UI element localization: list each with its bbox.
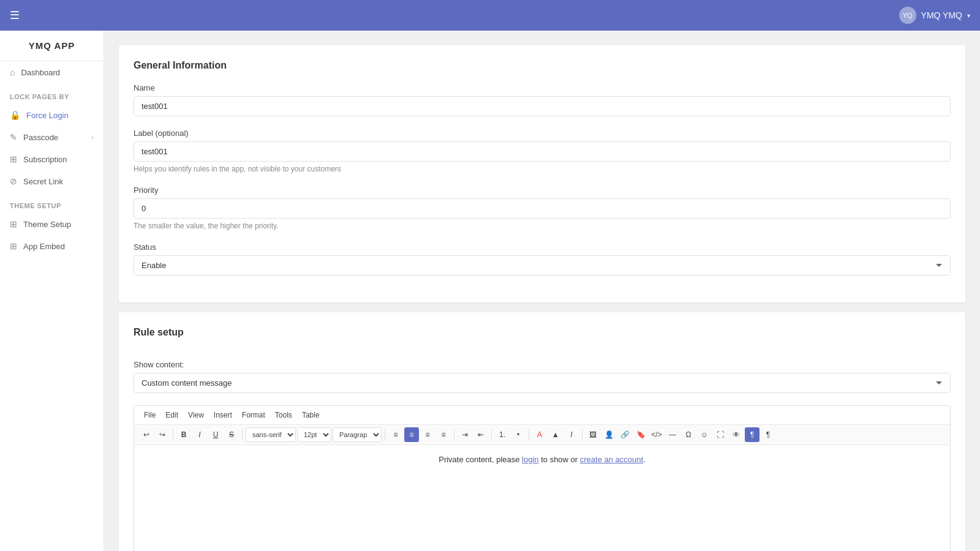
sidebar-item-label: Dashboard xyxy=(21,68,60,77)
toolbar-sep-5 xyxy=(491,429,492,440)
rtl-button[interactable]: ¶ xyxy=(761,427,775,442)
editor-content-text: Private content, please xyxy=(439,455,522,464)
link-icon: ⊘ xyxy=(10,176,17,186)
user-label: YMQ YMQ xyxy=(921,10,962,20)
rule-setup-card: Rule setup Show content: Custom content … xyxy=(119,312,965,551)
editor-create-account-link[interactable]: create an account xyxy=(580,455,643,464)
ordered-list-button[interactable]: 1. xyxy=(495,427,510,442)
toolbar-sep-3 xyxy=(385,429,385,440)
fullscreen-button[interactable]: ⛶ xyxy=(713,427,728,442)
sidebar-item-theme-setup[interactable]: ⊞ Theme Setup xyxy=(0,213,104,235)
editor-body[interactable]: Private content, please login to show or… xyxy=(134,445,950,551)
rule-setup-title: Rule setup xyxy=(134,327,951,338)
font-size-select[interactable]: 12pt xyxy=(297,427,331,442)
sidebar-item-label: Passcode xyxy=(23,133,58,142)
embed-icon: ⊞ xyxy=(10,241,17,251)
show-content-group: Show content: Custom content message xyxy=(134,360,951,393)
preview-button[interactable]: 👁 xyxy=(729,427,744,442)
align-center-button[interactable]: ≡ xyxy=(404,427,419,442)
editor-menubar: File Edit View Insert Format Tools Table xyxy=(134,406,950,425)
indent-button[interactable]: ⇥ xyxy=(458,427,472,442)
app-logo: YMQ APP xyxy=(0,31,104,61)
sidebar-item-subscription[interactable]: ⊞ Subscription xyxy=(0,148,104,170)
bg-color-button[interactable]: ▲ xyxy=(548,427,563,442)
name-group: Name xyxy=(134,83,951,116)
italic-button[interactable]: I xyxy=(192,427,207,442)
status-select[interactable]: Enable Disable xyxy=(134,255,951,276)
avatar: YQ xyxy=(899,7,916,24)
font-family-select[interactable]: sans-serif xyxy=(246,427,296,442)
sidebar-item-label: App Embed xyxy=(23,242,65,251)
italic2-button[interactable]: I xyxy=(564,427,579,442)
show-content-label: Show content: xyxy=(134,360,951,369)
menu-icon[interactable]: ☰ xyxy=(10,9,20,22)
menu-insert[interactable]: Insert xyxy=(209,408,237,422)
outdent-button[interactable]: ⇤ xyxy=(473,427,488,442)
editor-end-text: . xyxy=(643,455,646,464)
menu-table[interactable]: Table xyxy=(297,408,325,422)
undo-button[interactable]: ↩ xyxy=(139,427,154,442)
menu-view[interactable]: View xyxy=(183,408,209,422)
label-group: Label (optional) Helps you identify rule… xyxy=(134,129,951,173)
toolbar-sep-4 xyxy=(454,429,454,440)
font-color-button[interactable]: A xyxy=(532,427,547,442)
priority-hint: The smaller the value, the higher the pr… xyxy=(134,222,951,230)
emoji-button[interactable]: ☺ xyxy=(697,427,712,442)
sidebar-item-app-embed[interactable]: ⊞ App Embed xyxy=(0,235,104,257)
underline-button[interactable]: U xyxy=(208,427,223,442)
media-button[interactable]: 👤 xyxy=(601,427,616,442)
menu-format[interactable]: Format xyxy=(237,408,270,422)
priority-group: Priority The smaller the value, the high… xyxy=(134,186,951,230)
editor-middle-text: to show or xyxy=(539,455,580,464)
image-button[interactable]: 🖼 xyxy=(586,427,600,442)
label-input[interactable] xyxy=(134,141,951,162)
label-hint: Helps you identify rules in the app, not… xyxy=(134,165,951,173)
special-char-button[interactable]: Ω xyxy=(681,427,696,442)
redo-button[interactable]: ↪ xyxy=(155,427,170,442)
toolbar-sep-2 xyxy=(242,429,243,440)
key-icon: ✎ xyxy=(10,132,17,142)
menu-tools[interactable]: Tools xyxy=(270,408,297,422)
code-button[interactable]: </> xyxy=(649,427,664,442)
user-chevron-icon: ▾ xyxy=(967,12,970,19)
menu-file[interactable]: File xyxy=(139,408,160,422)
editor-container: File Edit View Insert Format Tools Table… xyxy=(134,405,951,551)
sidebar-item-label: Secret Link xyxy=(23,177,63,186)
bold-button[interactable]: B xyxy=(176,427,191,442)
topbar: ☰ YQ YMQ YMQ ▾ xyxy=(0,0,980,31)
strikethrough-button[interactable]: S xyxy=(224,427,239,442)
sidebar: YMQ APP ⌂ Dashboard LOCK PAGES BY 🔒 Forc… xyxy=(0,31,104,551)
sidebar-item-passcode[interactable]: ✎ Passcode › xyxy=(0,126,104,148)
name-label: Name xyxy=(134,83,951,92)
paragraph-style-select[interactable]: Paragraph xyxy=(333,427,382,442)
theme-setup-section-label: THEME SETUP xyxy=(0,192,104,213)
editor-toolbar: ↩ ↪ B I U S sans-serif 12pt Paragraph xyxy=(134,425,950,445)
ltr-button[interactable]: ¶ xyxy=(745,427,760,442)
bookmark-button[interactable]: 🔖 xyxy=(633,427,648,442)
hr-button[interactable]: ― xyxy=(665,427,680,442)
link-button[interactable]: 🔗 xyxy=(617,427,632,442)
chevron-right-icon: › xyxy=(91,133,94,141)
sidebar-item-secret-link[interactable]: ⊘ Secret Link xyxy=(0,170,104,192)
show-content-select[interactable]: Custom content message xyxy=(134,373,951,393)
name-input[interactable] xyxy=(134,96,951,116)
home-icon: ⌂ xyxy=(10,67,15,77)
editor-login-link[interactable]: login xyxy=(522,455,538,464)
align-left-button[interactable]: ≡ xyxy=(388,427,403,442)
status-label: Status xyxy=(134,242,951,252)
align-right-button[interactable]: ≡ xyxy=(420,427,435,442)
priority-input[interactable] xyxy=(134,198,951,219)
status-group: Status Enable Disable xyxy=(134,242,951,276)
user-menu[interactable]: YQ YMQ YMQ ▾ xyxy=(899,7,970,24)
main-content: General Information Name Label (optional… xyxy=(104,31,980,551)
priority-label: Priority xyxy=(134,186,951,195)
align-justify-button[interactable]: ≡ xyxy=(436,427,451,442)
subscription-icon: ⊞ xyxy=(10,154,17,164)
menu-edit[interactable]: Edit xyxy=(160,408,183,422)
unordered-list-button[interactable]: • xyxy=(511,427,526,442)
sidebar-item-dashboard[interactable]: ⌂ Dashboard xyxy=(0,61,104,83)
sidebar-item-label: Subscription xyxy=(23,155,67,164)
sidebar-item-force-login[interactable]: 🔒 Force Login xyxy=(0,104,104,126)
toolbar-sep-6 xyxy=(529,429,529,440)
lock-icon: 🔒 xyxy=(10,110,20,120)
